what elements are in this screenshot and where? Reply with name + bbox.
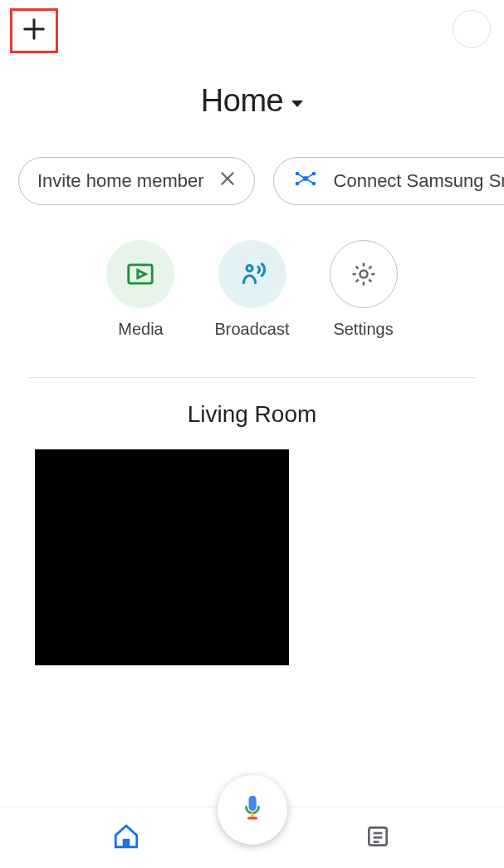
voice-button[interactable] bbox=[218, 775, 287, 845]
divider bbox=[28, 377, 476, 378]
nav-home[interactable] bbox=[0, 822, 252, 854]
chip-invite-home-member[interactable]: Invite home member bbox=[18, 157, 255, 205]
svg-rect-13 bbox=[129, 265, 153, 283]
shortcut-label: Broadcast bbox=[214, 320, 289, 339]
home-title: Home bbox=[201, 83, 283, 119]
svg-rect-16 bbox=[123, 838, 130, 846]
shortcut-label: Media bbox=[118, 320, 163, 339]
svg-point-15 bbox=[360, 270, 367, 277]
chip-label: Connect Samsung Sma bbox=[334, 170, 504, 192]
feed-icon bbox=[365, 823, 391, 853]
chevron-down-icon bbox=[291, 101, 303, 107]
chip-label: Invite home member bbox=[37, 170, 204, 192]
network-icon bbox=[292, 165, 319, 197]
chip-connect-samsung[interactable]: Connect Samsung Sma bbox=[273, 157, 504, 205]
suggestion-chips-row: Invite home member Connect Samsung Sma bbox=[0, 157, 504, 205]
shortcut-label: Settings bbox=[333, 320, 393, 339]
broadcast-icon bbox=[218, 240, 286, 308]
gear-icon bbox=[330, 240, 398, 308]
home-icon bbox=[112, 822, 140, 854]
svg-line-9 bbox=[297, 174, 306, 179]
close-icon[interactable] bbox=[219, 170, 236, 192]
nav-feed[interactable] bbox=[252, 823, 505, 853]
top-bar bbox=[0, 0, 504, 50]
account-avatar[interactable] bbox=[453, 10, 491, 48]
svg-line-11 bbox=[297, 179, 306, 184]
shortcut-broadcast[interactable]: Broadcast bbox=[214, 240, 289, 339]
plus-icon bbox=[22, 17, 46, 45]
home-selector[interactable]: Home bbox=[0, 83, 504, 119]
room-title: Living Room bbox=[0, 401, 504, 428]
device-tile[interactable] bbox=[35, 449, 289, 665]
svg-line-12 bbox=[306, 179, 314, 184]
shortcut-row: Media Broadcast Settings bbox=[0, 240, 504, 339]
shortcut-settings[interactable]: Settings bbox=[330, 240, 398, 339]
svg-point-14 bbox=[247, 266, 252, 272]
add-button[interactable] bbox=[10, 8, 58, 53]
microphone-icon bbox=[237, 793, 267, 826]
svg-line-10 bbox=[306, 174, 314, 179]
media-icon bbox=[106, 240, 174, 308]
shortcut-media[interactable]: Media bbox=[106, 240, 174, 339]
